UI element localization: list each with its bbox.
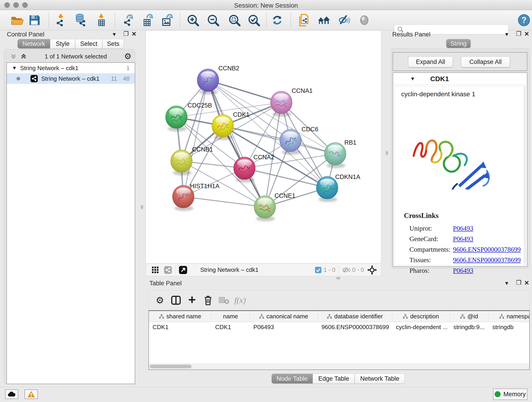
memory-label: Memory bbox=[503, 391, 526, 398]
gene-header-row[interactable]: ▼ CDK1 bbox=[393, 73, 527, 85]
edge-HIST1H1A-CCNE1[interactable] bbox=[183, 197, 265, 207]
gene-collapse-icon[interactable]: ▼ bbox=[410, 76, 415, 82]
node-CCNB2[interactable] bbox=[197, 69, 219, 95]
edge-CCNB2-CCNA1[interactable] bbox=[208, 80, 281, 102]
column-header-namespace[interactable]: namespace bbox=[489, 311, 530, 322]
open-session-button[interactable] bbox=[9, 13, 24, 27]
show-columns-icon[interactable] bbox=[168, 293, 184, 307]
add-column-icon[interactable]: + bbox=[184, 293, 200, 307]
expand-all-button[interactable]: Expand All bbox=[408, 56, 453, 67]
column-header-canonical-name[interactable]: canonical name bbox=[250, 311, 318, 322]
cell-@id[interactable]: stringdb:9... bbox=[450, 322, 489, 332]
cloud-status-button[interactable] bbox=[5, 389, 18, 399]
tab-string[interactable]: String bbox=[446, 39, 471, 48]
import-table-button[interactable] bbox=[94, 13, 109, 27]
tab-network[interactable]: Network bbox=[17, 39, 50, 49]
collapse-all-button[interactable]: Collapse All bbox=[461, 56, 510, 67]
scrollbar-thumb[interactable] bbox=[150, 365, 191, 368]
zoom-selected-button[interactable] bbox=[247, 13, 261, 27]
tab-node-table[interactable]: Node Table bbox=[272, 374, 313, 384]
export-view-icon[interactable] bbox=[179, 266, 187, 274]
crosslink-link[interactable]: P06493 bbox=[453, 235, 473, 243]
tab-edge-table[interactable]: Edge Table bbox=[313, 374, 355, 384]
network-row[interactable]: String Network – cdk1 11 48 bbox=[7, 73, 135, 84]
close-panel-icon[interactable]: ✕ bbox=[524, 280, 529, 286]
float-menu-icon[interactable]: ▾ bbox=[113, 31, 116, 37]
float-panel-icon[interactable]: ❐ bbox=[516, 280, 521, 286]
warning-status-button[interactable] bbox=[25, 389, 38, 399]
table-row[interactable]: CDK1CDK1P064939606.ENSP00000378699cyclin… bbox=[149, 322, 529, 332]
float-panel-icon[interactable]: ❐ bbox=[123, 31, 128, 37]
float-menu-icon[interactable]: ▾ bbox=[505, 31, 508, 37]
tab-sets[interactable]: Sets bbox=[102, 39, 124, 49]
import-network-button[interactable] bbox=[53, 13, 68, 27]
memory-button[interactable]: Memory bbox=[493, 389, 527, 400]
float-panel-icon[interactable]: ❐ bbox=[516, 31, 521, 37]
crosslink-link[interactable]: P06493 bbox=[453, 225, 473, 232]
right-splitter-handle[interactable] bbox=[386, 151, 388, 155]
collapse-all-networks-icon[interactable] bbox=[10, 52, 17, 60]
left-splitter-handle[interactable] bbox=[141, 205, 143, 209]
export-table-button[interactable] bbox=[141, 13, 155, 27]
network-options-gear-icon[interactable]: ⚙ bbox=[124, 51, 132, 61]
close-panel-icon[interactable]: ✕ bbox=[132, 31, 137, 37]
gray-shell-button[interactable] bbox=[357, 13, 372, 27]
zoom-in-button[interactable] bbox=[186, 13, 200, 27]
column-header-@id[interactable]: @id bbox=[450, 311, 489, 322]
crosslink-link[interactable]: 9606.ENSP00000378699 bbox=[453, 256, 521, 264]
hidden-eye-icon[interactable] bbox=[342, 267, 350, 274]
tab-style[interactable]: Style bbox=[50, 39, 75, 49]
export-image-button[interactable] bbox=[160, 13, 175, 27]
table-toolbar: ⚙ + f(x) bbox=[148, 290, 530, 310]
save-session-button[interactable] bbox=[27, 13, 42, 27]
float-menu-icon[interactable]: ▾ bbox=[505, 280, 508, 286]
cell-database-identifier[interactable]: 9606.ENSP00000378699 bbox=[318, 322, 392, 332]
tab-select[interactable]: Select bbox=[75, 39, 102, 49]
cell-namespace[interactable]: stringdb bbox=[489, 322, 530, 332]
node-CCNE1[interactable] bbox=[254, 196, 276, 221]
function-builder-icon[interactable]: f(x) bbox=[232, 293, 248, 307]
delete-table-icon[interactable] bbox=[216, 293, 232, 307]
selected-checkbox-icon[interactable] bbox=[315, 267, 322, 274]
import-network-from-database-button[interactable] bbox=[73, 13, 88, 27]
node-CDC6[interactable] bbox=[280, 129, 301, 155]
cell-name[interactable]: CDK1 bbox=[211, 322, 250, 332]
node-CDC25B[interactable] bbox=[166, 106, 187, 131]
expand-all-networks-icon[interactable] bbox=[20, 52, 27, 60]
network-canvas[interactable]: CCNB2CCNA1CDC25BCDK1CDC6RB1CCNB1CCNA2CDK… bbox=[146, 30, 381, 264]
string-home-button[interactable] bbox=[317, 13, 331, 27]
node-CCNB1[interactable] bbox=[171, 150, 192, 175]
cell-canonical-name[interactable]: P06493 bbox=[250, 322, 318, 332]
fit-content-crosshair-icon[interactable] bbox=[367, 265, 377, 275]
help-button[interactable]: ? bbox=[517, 13, 531, 27]
node-CDK1[interactable] bbox=[212, 115, 234, 140]
table-horizontal-scrollbar[interactable] bbox=[148, 364, 530, 370]
column-header-description[interactable]: description bbox=[392, 311, 450, 322]
node-RB1[interactable] bbox=[324, 143, 346, 168]
cell-shared-name[interactable]: CDK1 bbox=[149, 322, 211, 332]
node-CCNA1[interactable] bbox=[271, 91, 292, 117]
results-scrollbar[interactable] bbox=[524, 86, 526, 265]
export-network-button[interactable] bbox=[121, 13, 136, 27]
cell-description[interactable]: cyclin-dependent ... bbox=[392, 322, 450, 332]
crosslink-link[interactable]: 9606.ENSP00000378699 bbox=[453, 246, 521, 253]
column-header-database-identifier[interactable]: database identifier bbox=[318, 311, 392, 322]
crosslink-link[interactable]: P06493 bbox=[453, 267, 473, 274]
collection-expand-icon[interactable]: ▼ bbox=[12, 65, 17, 71]
close-panel-icon[interactable]: ✕ bbox=[524, 31, 529, 37]
gene-symbol: CDK1 bbox=[430, 75, 449, 83]
column-header-name[interactable]: name bbox=[211, 311, 250, 322]
refresh-button[interactable] bbox=[270, 13, 285, 27]
zoom-out-button[interactable] bbox=[206, 13, 220, 27]
clone-network-button[interactable] bbox=[297, 13, 311, 27]
enhanced-labels-button[interactable] bbox=[336, 13, 351, 27]
delete-column-icon[interactable] bbox=[200, 293, 216, 307]
zoom-fit-button[interactable] bbox=[227, 13, 242, 27]
column-header-shared-name[interactable]: shared name bbox=[149, 311, 211, 322]
tab-network-table[interactable]: Network Table bbox=[355, 374, 405, 384]
network-view-icon[interactable] bbox=[164, 266, 172, 274]
table-settings-gear-icon[interactable]: ⚙ bbox=[152, 293, 168, 307]
network-collection-row[interactable]: ▼ String Network – cdk1 1 bbox=[7, 63, 135, 73]
node-CDKN1A[interactable] bbox=[317, 177, 338, 202]
birds-eye-view-icon[interactable] bbox=[152, 266, 159, 274]
